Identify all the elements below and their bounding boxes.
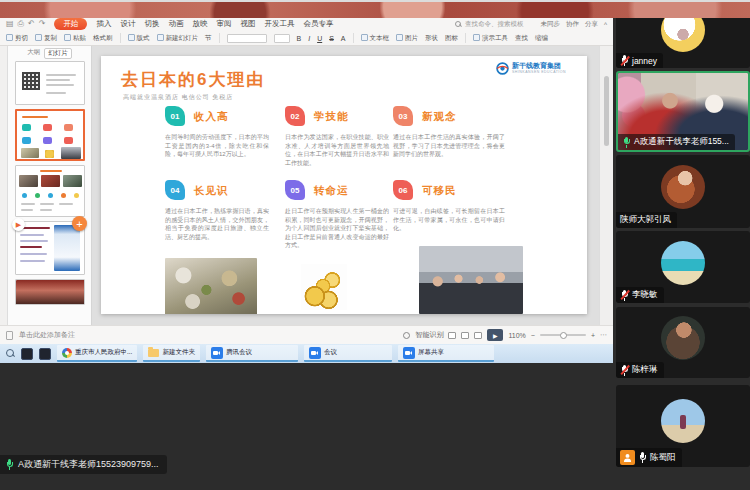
current-slide[interactable]: 新干线教育集团 SHINKANSEN EDUCATION 去日本的6大理由 高端…	[101, 56, 587, 314]
shape-button[interactable]: 形状	[425, 34, 438, 43]
ai-recognize-label[interactable]: 智能识别	[415, 330, 443, 340]
cut-button[interactable]: 剪切	[6, 34, 28, 43]
layout-button[interactable]: 版式	[128, 34, 150, 43]
participant-tile-chenzilin[interactable]: 陈梓琳	[616, 307, 750, 378]
collab-button[interactable]: 协作	[566, 20, 579, 29]
normal-view-icon[interactable]	[448, 332, 456, 339]
italic-button[interactable]: I	[308, 35, 310, 42]
condense-button[interactable]: 缩编	[535, 34, 548, 43]
ribbon-tab-review[interactable]: 审阅	[216, 19, 231, 29]
font-color-button[interactable]: A	[341, 35, 346, 42]
textbox-button[interactable]: 文本框	[361, 34, 390, 43]
underline-button[interactable]: U	[317, 35, 322, 42]
food-trays-photo	[165, 258, 257, 314]
taskbar-meeting-window-1[interactable]: 腾讯会议	[206, 345, 298, 362]
presenter-name-overlay: A政通新干线李老师15523909759...	[0, 455, 167, 474]
zoom-in-button[interactable]: +	[591, 332, 595, 339]
number-badge: 04	[165, 180, 185, 200]
item-title: 转命运	[314, 184, 349, 198]
taskbar-meeting-window-2[interactable]: 会议	[304, 345, 392, 362]
tab-outline[interactable]: 大纲	[27, 48, 40, 59]
slide-thumb-3[interactable]	[15, 165, 85, 217]
icons-button[interactable]: 图标	[445, 34, 458, 43]
ribbon-tab-devtools[interactable]: 开发工具	[264, 19, 294, 29]
paste-icon	[64, 34, 71, 41]
ribbon-tab-view[interactable]: 视图	[240, 19, 255, 29]
windows-taskbar: 重庆市人民政府中... 新建文件夹 腾讯会议 会议 屏幕共享	[0, 344, 613, 363]
taskbar-app-icon-1[interactable]	[21, 348, 33, 360]
more-options-icon[interactable]: ⋯	[600, 331, 607, 339]
cut-icon	[6, 34, 13, 41]
taskbar-meeting-window-3[interactable]: 屏幕共享	[398, 345, 494, 362]
search-hint: 查找命令、搜索模板	[465, 20, 524, 29]
slide-thumb-2-current[interactable]	[15, 109, 85, 161]
share-button[interactable]: 分享	[585, 20, 598, 29]
mic-on-icon	[5, 459, 14, 470]
present-tools-button[interactable]: 演示工具	[473, 34, 508, 43]
collapse-ribbon-icon[interactable]: ^	[604, 21, 607, 28]
logo-subtitle: SHINKANSEN EDUCATION	[512, 70, 566, 74]
ai-recognize-icon	[403, 332, 410, 339]
ribbon-tab-start[interactable]: 开始	[54, 18, 87, 30]
font-family-select[interactable]	[227, 34, 267, 43]
copy-icon	[35, 34, 42, 41]
copy-button[interactable]: 复制	[35, 34, 57, 43]
notes-hint[interactable]: 单击此处添加备注	[19, 330, 75, 340]
paste-button[interactable]: 粘贴	[64, 34, 86, 43]
meeting-window: 首页 宣传图6.pptx + — ▢ ✕ ▤ ⎙ ↶ ↷	[0, 0, 750, 490]
undo-icon[interactable]: ↶	[28, 19, 35, 29]
command-search[interactable]: 查找命令、搜索模板	[455, 20, 524, 29]
ribbon-tab-member[interactable]: 会员专享	[303, 19, 333, 29]
menu-icon[interactable]: ▤	[6, 19, 14, 29]
bold-button[interactable]: B	[297, 35, 302, 42]
ribbon-tab-animation[interactable]: 动画	[168, 19, 183, 29]
zoom-level[interactable]: 110%	[508, 332, 525, 339]
avatar	[661, 399, 705, 443]
strikethrough-button[interactable]: S	[329, 35, 334, 42]
participant-name: 陈梓琳	[632, 364, 658, 376]
zoom-slider[interactable]	[540, 334, 586, 336]
taskbar-app-icon-2[interactable]	[39, 348, 51, 360]
redo-icon[interactable]: ↷	[39, 19, 46, 29]
slideshow-play-button[interactable]: ▶	[487, 329, 503, 341]
section-button[interactable]: 节	[205, 34, 212, 43]
tab-slides[interactable]: 幻灯片	[44, 48, 72, 59]
image-button[interactable]: 图片	[396, 34, 418, 43]
taskbar-folder-window[interactable]: 新建文件夹	[143, 345, 200, 362]
vertical-scrollbar[interactable]	[599, 46, 613, 325]
font-size-select[interactable]	[274, 34, 290, 43]
slide-canvas: 新干线教育集团 SHINKANSEN EDUCATION 去日本的6大理由 高端…	[93, 46, 599, 325]
scrollbar-thumb[interactable]	[604, 76, 609, 146]
mic-muted-icon	[620, 290, 629, 301]
participant-tile-guo[interactable]: 陕师大郭引凤	[616, 155, 750, 228]
ribbon-tab-design[interactable]: 设计	[120, 19, 135, 29]
participant-tile-chenshuyang[interactable]: 陈蜀阳	[616, 385, 750, 467]
zoom-out-button[interactable]: −	[531, 332, 535, 339]
slide-thumb-1[interactable]	[15, 61, 85, 105]
mic-muted-icon	[620, 365, 629, 376]
reading-view-icon[interactable]	[474, 332, 482, 339]
slide-thumbnail-panel: 大纲 幻灯片	[8, 46, 92, 325]
taskbar-search-icon[interactable]	[6, 349, 15, 358]
new-slide-floating-button[interactable]: +	[72, 216, 87, 231]
quick-access-toolbar[interactable]: ▤ ⎙ ↶ ↷	[6, 19, 45, 29]
zoom-knob[interactable]	[560, 332, 567, 339]
format-painter-button[interactable]: 格式刷	[93, 34, 113, 43]
slide-thumb-5[interactable]	[15, 279, 85, 305]
print-icon[interactable]: ⎙	[18, 19, 24, 29]
ribbon-tab-transition[interactable]: 切换	[144, 19, 159, 29]
sorter-view-icon[interactable]	[461, 332, 469, 339]
ribbon-tab-insert[interactable]: 插入	[96, 19, 111, 29]
participant-tile-presenter-video[interactable]: A政通新干线李老师155...	[616, 71, 750, 152]
divider	[219, 33, 220, 43]
browser-window-label: 重庆市人民政府中...	[75, 348, 132, 357]
sync-status[interactable]: 未同步	[540, 20, 560, 29]
new-slide-button[interactable]: 新建幻灯片	[157, 34, 199, 43]
taskbar-browser-window[interactable]: 重庆市人民政府中...	[57, 345, 137, 362]
ribbon-tab-slideshow[interactable]: 放映	[192, 19, 207, 29]
item-title: 收入高	[194, 110, 229, 124]
find-button[interactable]: 查找	[515, 34, 528, 43]
layout-icon	[128, 34, 135, 41]
participant-tile-li[interactable]: 李晓敏	[616, 231, 750, 303]
play-from-slide-button[interactable]: ▶	[12, 218, 25, 231]
